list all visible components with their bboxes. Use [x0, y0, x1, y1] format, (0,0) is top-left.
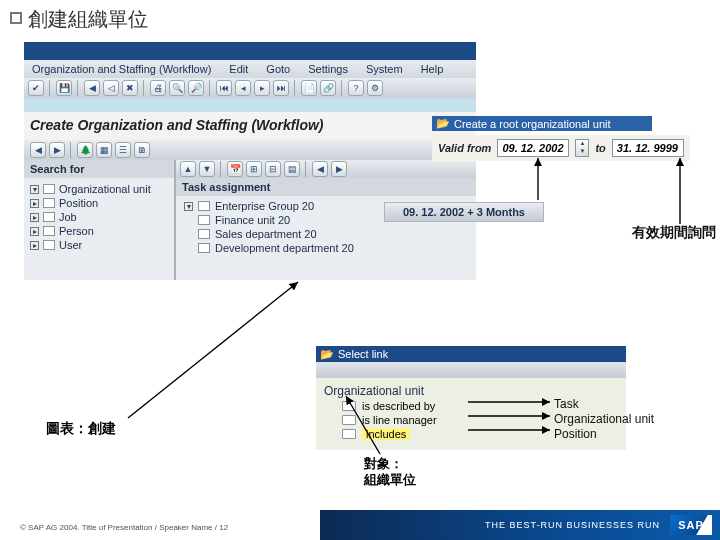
prev-page-icon[interactable]: ◂	[235, 80, 251, 96]
menu-goto[interactable]: Goto	[266, 63, 290, 75]
create-session-icon[interactable]: 📄	[301, 80, 317, 96]
object-l2: 組織單位	[364, 472, 416, 488]
menu-system[interactable]: System	[366, 63, 403, 75]
folder-icon	[198, 229, 210, 239]
find-next-icon[interactable]: 🔎	[188, 80, 204, 96]
application-toolbar: ✔ 💾 ◀ ◁ ✖ 🖨 🔍 🔎 ⏮ ◂ ▸ ⏭ 📄 🔗 ? ⚙	[24, 78, 476, 98]
expand-icon[interactable]: ▸	[30, 213, 39, 222]
menubar: Organization and Staffing (Workflow) Edi…	[24, 60, 476, 78]
link-label-highlight: includes	[362, 428, 410, 440]
search-panel: Search for ▾Organizational unit ▸Positio…	[24, 160, 176, 280]
back-icon[interactable]: ◀	[84, 80, 100, 96]
search-tree: ▾Organizational unit ▸Position ▸Job ▸Per…	[24, 178, 174, 256]
next-page-icon[interactable]: ▸	[254, 80, 270, 96]
subheader-band: Create Organization and Staffing (Workfl…	[24, 98, 476, 112]
tree-item-user[interactable]: ▸User	[30, 238, 168, 252]
menu-edit[interactable]: Edit	[229, 63, 248, 75]
task-item[interactable]: Development department 20	[184, 241, 468, 255]
last-page-icon[interactable]: ⏭	[273, 80, 289, 96]
tree-item-person[interactable]: ▸Person	[30, 224, 168, 238]
expand-icon[interactable]: ▸	[30, 227, 39, 236]
valid-from-field[interactable]: 09. 12. 2002	[497, 139, 569, 157]
exit-icon[interactable]: ◁	[103, 80, 119, 96]
menu-org-staffing[interactable]: Organization and Staffing (Workflow)	[32, 63, 211, 75]
target-position: Position	[554, 427, 654, 442]
page-title: Create Organization and Staffing (Workfl…	[30, 117, 324, 133]
folder-icon	[43, 184, 55, 194]
assignment-toolbar: ▲ ▼ 📅 ⊞ ⊟ ▤ ◀ ▶	[176, 160, 476, 178]
valid-to-field[interactable]: 31. 12. 9999	[612, 139, 684, 157]
callout-validity: 有效期間詢問	[632, 224, 716, 242]
task-item[interactable]: Sales department 20	[184, 227, 468, 241]
tree-item-org-unit[interactable]: ▾Organizational unit	[30, 182, 168, 196]
find-icon[interactable]: 🔍	[169, 80, 185, 96]
nav-right-icon[interactable]: ▶	[49, 142, 65, 158]
print-icon[interactable]: 🖨	[150, 80, 166, 96]
position-icon	[43, 198, 55, 208]
relation-icon	[342, 415, 356, 425]
cancel-icon[interactable]: ✖	[122, 80, 138, 96]
object-callout: 對象： 組織單位	[364, 456, 416, 488]
tree-item-position[interactable]: ▸Position	[30, 196, 168, 210]
nav-right2-icon[interactable]: ▶	[331, 161, 347, 177]
nav-left-icon[interactable]: ◀	[30, 142, 46, 158]
svg-line-2	[128, 282, 298, 418]
list-icon[interactable]: ☰	[115, 142, 131, 158]
folder-icon	[198, 215, 210, 225]
save-icon[interactable]: 💾	[56, 80, 72, 96]
copyright: © SAP AG 2004. Title of Presentation / S…	[20, 523, 228, 532]
relation-icon	[342, 401, 356, 411]
tree-item-job[interactable]: ▸Job	[30, 210, 168, 224]
down-icon[interactable]: ▼	[199, 161, 215, 177]
expand-icon[interactable]: ▸	[30, 199, 39, 208]
object-l1: 對象：	[364, 456, 416, 472]
tree-label: Job	[59, 211, 77, 223]
task-label: Finance unit 20	[215, 214, 290, 226]
menu-help[interactable]: Help	[421, 63, 444, 75]
task-label: Sales department 20	[215, 228, 317, 240]
folder-open-icon: 📂	[320, 348, 334, 361]
app-icon	[28, 45, 40, 57]
user-icon	[43, 240, 55, 250]
first-page-icon[interactable]: ⏮	[216, 80, 232, 96]
footer-strip: THE BEST-RUN BUSINESSES RUN SAP	[320, 510, 720, 540]
secondary-toolbar: ◀ ▶ 🌲 ▦ ☰ 🗎	[24, 140, 476, 160]
slide-bullet	[10, 12, 22, 24]
date-range-band[interactable]: 09. 12. 2002 + 3 Months	[384, 202, 544, 222]
window-titlebar	[24, 42, 476, 60]
folder-icon	[198, 243, 210, 253]
select-link-toolbar	[316, 362, 626, 378]
search-heading: Search for	[24, 160, 174, 178]
up-icon[interactable]: ▲	[180, 161, 196, 177]
relation-targets: Task Organizational unit Position	[554, 397, 654, 442]
task-label: Development department 20	[215, 242, 354, 254]
doc-icon[interactable]: 🗎	[134, 142, 150, 158]
task-heading: Task assignment	[176, 178, 476, 196]
figure-caption: 圖表：創建	[46, 420, 116, 438]
target-org-unit: Organizational unit	[554, 412, 654, 427]
tree-icon[interactable]: 🌲	[77, 142, 93, 158]
columns-icon[interactable]: ▤	[284, 161, 300, 177]
layout-icon[interactable]: ⚙	[367, 80, 383, 96]
org-icon[interactable]: ▦	[96, 142, 112, 158]
tree-label: Person	[59, 225, 94, 237]
nav-left2-icon[interactable]: ◀	[312, 161, 328, 177]
expand-icon[interactable]: ▸	[30, 241, 39, 250]
expand-icon[interactable]: ▾	[184, 202, 193, 211]
tree-label: Organizational unit	[59, 183, 151, 195]
enter-icon[interactable]: ✔	[28, 80, 44, 96]
expand-all-icon[interactable]: ⊞	[246, 161, 262, 177]
sap-logo: SAP	[670, 515, 712, 535]
tree-label: User	[59, 239, 82, 251]
date-spinner[interactable]: ▲▼	[575, 139, 589, 157]
folder-icon	[198, 201, 210, 211]
expand-icon[interactable]: ▾	[30, 185, 39, 194]
calendar-icon[interactable]: 📅	[227, 161, 243, 177]
link-label: is described by	[362, 400, 435, 412]
create-root-banner: 📂 Create a root organizational unit	[432, 116, 652, 131]
menu-settings[interactable]: Settings	[308, 63, 348, 75]
collapse-all-icon[interactable]: ⊟	[265, 161, 281, 177]
valid-to-label: to	[595, 142, 605, 154]
help-icon[interactable]: ?	[348, 80, 364, 96]
shortcut-icon[interactable]: 🔗	[320, 80, 336, 96]
